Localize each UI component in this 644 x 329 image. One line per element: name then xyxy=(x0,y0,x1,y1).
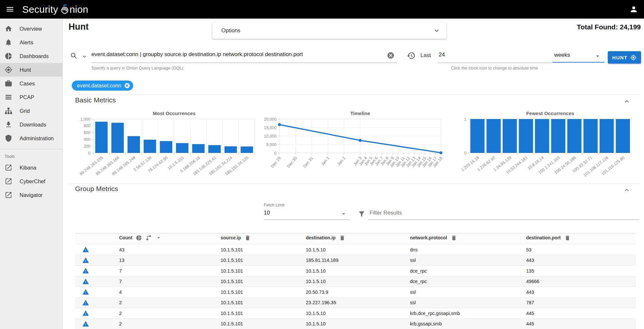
cell-network-protocol[interactable]: ssl xyxy=(410,258,526,263)
remove-column-trash-icon[interactable] xyxy=(339,235,345,241)
alert-actions-icon[interactable] xyxy=(82,246,89,253)
filter-results-input[interactable] xyxy=(369,210,631,216)
cell-count[interactable]: 43 xyxy=(119,247,221,252)
fetch-limit-caret-icon[interactable] xyxy=(340,210,347,217)
table-row[interactable]: 210.1.5.10110.1.5.10krb,dce_rpc,gssapi,s… xyxy=(75,308,636,319)
cell-source-ip[interactable]: 10.1.5.101 xyxy=(221,321,306,326)
cell-count[interactable]: 7 xyxy=(119,268,221,274)
alert-actions-icon[interactable] xyxy=(82,289,89,295)
basic-metrics-collapse-icon[interactable] xyxy=(623,97,631,105)
sidebar-item-cyberchef[interactable]: CyberChef xyxy=(0,174,62,188)
table-row[interactable]: 210.1.5.10110.1.5.10krb,gssapi,smb445 xyxy=(75,319,636,329)
time-unit-select[interactable]: weeks xyxy=(554,52,570,58)
sidebar-item-downloads[interactable]: Downloads xyxy=(0,118,62,131)
group-metrics-collapse-icon[interactable] xyxy=(623,186,631,194)
cell-destination-ip[interactable]: 23.227.196.35 xyxy=(306,300,410,305)
alert-actions-icon[interactable] xyxy=(82,321,89,327)
user-account-icon[interactable] xyxy=(629,5,638,14)
sidebar-item-overview[interactable]: Overview xyxy=(0,22,62,36)
cell-source-ip[interactable]: 10.1.5.101 xyxy=(221,258,306,263)
cell-count[interactable]: 4 xyxy=(119,290,221,295)
sankey-chart-toggle-icon[interactable] xyxy=(146,235,152,241)
cell-source-ip[interactable]: 10.1.5.101 xyxy=(221,247,306,252)
cell-source-ip[interactable]: 10.1.5.101 xyxy=(221,300,306,305)
cell-destination-port[interactable]: 135 xyxy=(526,268,636,274)
table-row[interactable]: 1310.1.5.101185.81.114.189ssl443 xyxy=(75,255,636,266)
brand-logo[interactable]: Security nion xyxy=(22,4,88,15)
cell-count[interactable]: 7 xyxy=(119,279,221,284)
cell-destination-port[interactable]: 445 xyxy=(526,321,636,326)
cell-destination-port[interactable]: 53 xyxy=(526,247,636,252)
svg-text:1: 1 xyxy=(464,118,466,122)
table-row[interactable]: 210.1.5.10123.227.196.35ssl787 xyxy=(75,298,636,308)
timeline-chart[interactable]: Timeline 05,00010,00015,00020,000Dec 29D… xyxy=(259,111,443,181)
sidebar-item-label: PCAP xyxy=(20,94,34,100)
cell-network-protocol[interactable]: dce_rpc xyxy=(410,268,526,274)
cell-source-ip[interactable]: 10.1.5.101 xyxy=(221,290,306,295)
most-occurrences-chart[interactable]: Most Occurrences 02004006008001,00089.24… xyxy=(72,111,257,181)
alert-actions-icon[interactable] xyxy=(82,310,89,317)
menu-icon[interactable] xyxy=(3,3,16,16)
cell-count[interactable]: 13 xyxy=(119,258,221,263)
alert-actions-icon[interactable] xyxy=(82,257,89,264)
sidebar-item-alerts[interactable]: Alerts xyxy=(0,36,62,49)
cell-destination-ip[interactable]: 10.1.5.10 xyxy=(306,311,410,316)
sidebar-item-grid[interactable]: Grid xyxy=(0,104,62,118)
pie-chart-toggle-icon[interactable] xyxy=(136,235,142,241)
cell-network-protocol[interactable]: dns xyxy=(410,247,526,252)
time-unit-caret-icon[interactable] xyxy=(594,52,601,60)
cell-destination-ip[interactable]: 20.50.73.9 xyxy=(306,290,410,295)
cell-destination-ip[interactable]: 10.1.5.10 xyxy=(306,268,410,274)
query-history-chevron-icon[interactable] xyxy=(81,53,87,60)
history-clock-icon[interactable] xyxy=(407,51,416,60)
cell-count[interactable]: 2 xyxy=(119,311,221,316)
remove-column-trash-icon[interactable] xyxy=(564,235,571,241)
sidebar-item-cases[interactable]: Cases xyxy=(0,77,62,90)
table-row[interactable]: 710.1.5.10110.1.5.10dce_rpc135 xyxy=(75,266,636,277)
clear-query-icon[interactable] xyxy=(387,52,395,59)
cell-destination-port[interactable]: 443 xyxy=(526,290,636,295)
cell-network-protocol[interactable]: ssl xyxy=(410,290,526,295)
remove-column-trash-icon[interactable] xyxy=(244,235,251,241)
search-icon[interactable] xyxy=(70,52,78,60)
sidebar-item-dashboards[interactable]: Dashboards xyxy=(0,49,62,63)
cell-destination-port[interactable]: 787 xyxy=(526,300,636,305)
options-expander[interactable]: Options xyxy=(212,22,447,39)
cell-source-ip[interactable]: 10.1.5.101 xyxy=(221,279,306,284)
cell-count[interactable]: 2 xyxy=(119,321,221,326)
chip-close-icon[interactable] xyxy=(124,82,131,89)
cell-source-ip[interactable]: 10.1.5.101 xyxy=(221,311,306,316)
count-menu-caret-icon[interactable] xyxy=(155,234,162,241)
cell-source-ip[interactable]: 10.1.5.101 xyxy=(221,268,306,274)
fetch-limit-select[interactable]: 10 xyxy=(264,210,270,216)
query-input[interactable] xyxy=(91,51,385,58)
cell-network-protocol[interactable]: ssl xyxy=(410,300,526,305)
remove-column-trash-icon[interactable] xyxy=(451,235,457,241)
cell-count[interactable]: 2 xyxy=(119,300,221,305)
cell-destination-ip[interactable]: 185.81.114.189 xyxy=(306,258,410,263)
cell-destination-port[interactable]: 443 xyxy=(526,258,636,263)
sidebar-item-pcap[interactable]: PCAP xyxy=(0,90,62,104)
sidebar-item-navigator[interactable]: Navigator xyxy=(0,188,62,202)
hunt-button[interactable]: HUNT xyxy=(608,51,641,64)
sidebar-item-hunt[interactable]: Hunt xyxy=(0,63,62,77)
alert-actions-icon[interactable] xyxy=(82,299,89,306)
cell-network-protocol[interactable]: krb,dce_rpc,gssapi,smb xyxy=(410,311,526,316)
filter-chip[interactable]: event.dataset:conn xyxy=(72,81,133,91)
cell-network-protocol[interactable]: krb,gssapi,smb xyxy=(410,321,526,326)
duration-input[interactable] xyxy=(439,52,543,58)
table-row[interactable]: 410.1.5.10120.50.73.9ssl443 xyxy=(75,287,636,298)
cell-destination-ip[interactable]: 10.1.5.10 xyxy=(306,321,410,326)
cell-destination-port[interactable]: 445 xyxy=(526,311,636,316)
sidebar-item-kibana[interactable]: Kibana xyxy=(0,161,62,174)
cell-destination-port[interactable]: 49666 xyxy=(526,279,636,284)
cell-network-protocol[interactable]: dce_rpc xyxy=(410,279,526,284)
cell-destination-ip[interactable]: 10.1.5.10 xyxy=(306,247,410,252)
alert-actions-icon[interactable] xyxy=(82,278,89,285)
alert-actions-icon[interactable] xyxy=(82,267,89,274)
cell-destination-ip[interactable]: 10.1.5.10 xyxy=(306,279,410,284)
sidebar-item-administration[interactable]: Administration xyxy=(0,131,62,145)
table-row[interactable]: 4310.1.5.10110.1.5.10dns53 xyxy=(75,245,636,255)
table-row[interactable]: 710.1.5.10110.1.5.10dce_rpc49666 xyxy=(75,277,636,287)
fewest-occurrences-chart[interactable]: Fewest Occurrences 011.203.16.181.226.62… xyxy=(448,111,633,181)
